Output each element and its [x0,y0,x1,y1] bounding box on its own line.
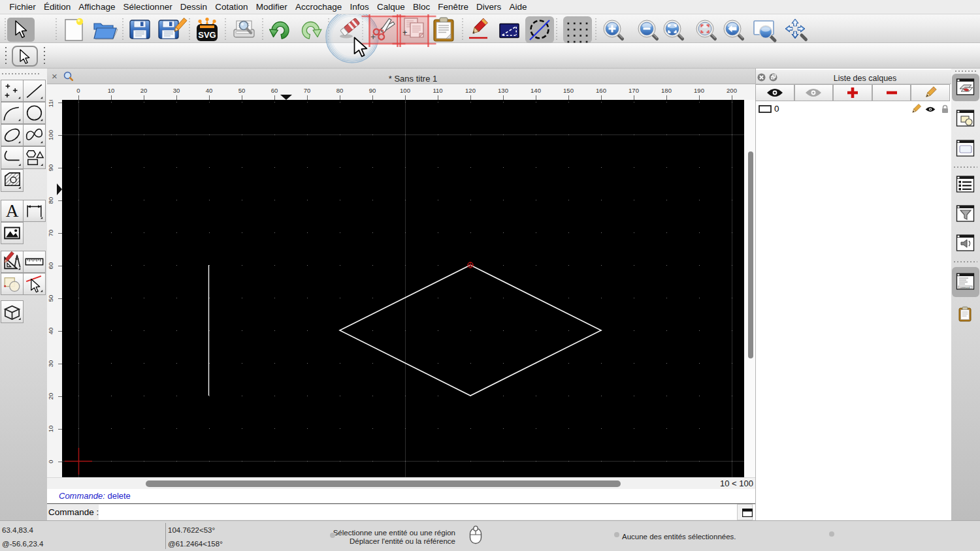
svg-text:70: 70 [304,87,311,94]
svg-text:90: 90 [369,87,376,94]
svg-text:90: 90 [47,165,54,172]
svg-text:170: 170 [629,87,639,94]
svg-text:160: 160 [596,87,606,94]
svg-text:30: 30 [47,360,54,368]
svg-text:0: 0 [76,87,80,94]
svg-text:110: 110 [433,87,442,94]
svg-text:30: 30 [173,87,180,94]
svg-text:40: 40 [206,87,213,94]
svg-text:60: 60 [271,87,278,94]
svg-text:40: 40 [47,328,54,335]
svg-text:200: 200 [727,87,737,94]
svg-text:command: command [960,287,970,289]
svg-text:130: 130 [498,87,508,94]
svg-text:20: 20 [140,87,148,94]
svg-text:140: 140 [531,87,541,94]
svg-text:A: A [6,201,19,221]
svg-text:100: 100 [47,130,54,140]
svg-text:+: + [402,27,408,37]
svg-text:110: 110 [47,100,54,108]
svg-text:20: 20 [47,393,54,400]
svg-text:50: 50 [238,87,246,94]
svg-text:80: 80 [47,197,54,204]
svg-text:150: 150 [563,87,574,94]
svg-text:190: 190 [694,87,704,94]
svg-text:60: 60 [47,262,54,270]
svg-text:70: 70 [47,230,54,237]
svg-text:SVG: SVG [198,30,216,40]
svg-text:120: 120 [465,87,476,94]
svg-text:50: 50 [47,295,54,302]
svg-text:100: 100 [400,87,410,94]
svg-text:10: 10 [108,87,115,94]
svg-text:80: 80 [336,87,344,94]
svg-text:180: 180 [661,87,672,94]
svg-text:10: 10 [47,426,54,433]
svg-text:0: 0 [47,460,54,463]
